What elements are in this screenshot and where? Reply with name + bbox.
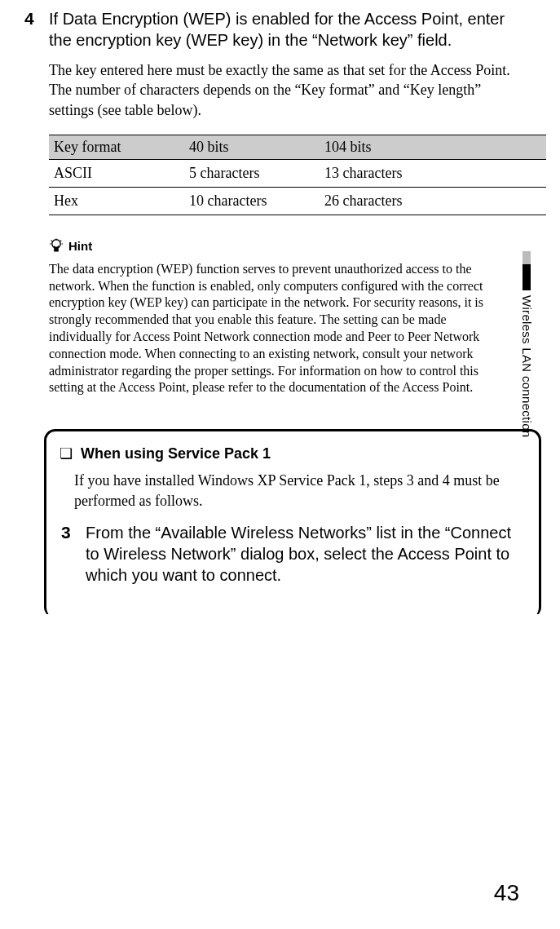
table-row: Hex 10 characters 26 characters [49,187,546,215]
hint-label: Hint [68,239,92,253]
table-header-cell: 104 bits [320,135,546,159]
sp-step-3-block: 3 From the “Available Wireless Networks”… [61,522,526,586]
svg-line-2 [51,241,52,241]
box-bullet-icon: ❏ [60,445,73,462]
table-cell: Hex [49,187,184,215]
sp-title-row: ❏ When using Service Pack 1 [60,445,526,462]
side-tab-label: Wireless LAN connection [520,295,534,437]
table-cell: 10 characters [184,187,320,215]
key-length-table: Key format 40 bits 104 bits ASCII 5 char… [49,135,546,215]
sp-step-3-title: From the “Available Wireless Networks” l… [86,522,526,586]
step-number-4: 4 [24,8,39,29]
table-header-cell: Key format [49,135,184,159]
side-tab-grey-marker [523,251,531,264]
table-cell: 5 characters [184,159,320,187]
table-row: ASCII 5 characters 13 characters [49,159,546,187]
hint-text: The data encryption (WEP) function serve… [49,261,505,396]
section-side-tab: Wireless LAN connection [518,251,536,437]
page-number: 43 [494,880,519,906]
hint-block: Hint The data encryption (WEP) function … [49,238,505,396]
table-cell: ASCII [49,159,184,187]
table-header-row: Key format 40 bits 104 bits [49,135,546,159]
service-pack-box: ❏ When using Service Pack 1 If you have … [44,429,541,618]
step-4-block: 4 If Data Encryption (WEP) is enabled fo… [24,8,519,51]
hint-heading: Hint [49,238,505,254]
table-header-cell: 40 bits [184,135,320,159]
side-tab-black-marker [523,264,531,290]
document-page: 4 If Data Encryption (WEP) is enabled fo… [0,0,560,929]
table-cell: 13 characters [320,159,546,187]
svg-line-3 [60,241,61,241]
step-4-description: The key entered here must be exactly the… [49,60,519,120]
hint-lightbulb-icon [49,238,64,254]
sp-box-title: When using Service Pack 1 [81,445,271,462]
sp-box-desc: If you have installed Windows XP Service… [74,471,526,511]
svg-rect-6 [54,248,59,251]
svg-point-0 [52,240,60,248]
step-4-title: If Data Encryption (WEP) is enabled for … [49,8,519,51]
step-number-3: 3 [61,522,76,543]
table-cell: 26 characters [320,187,546,215]
